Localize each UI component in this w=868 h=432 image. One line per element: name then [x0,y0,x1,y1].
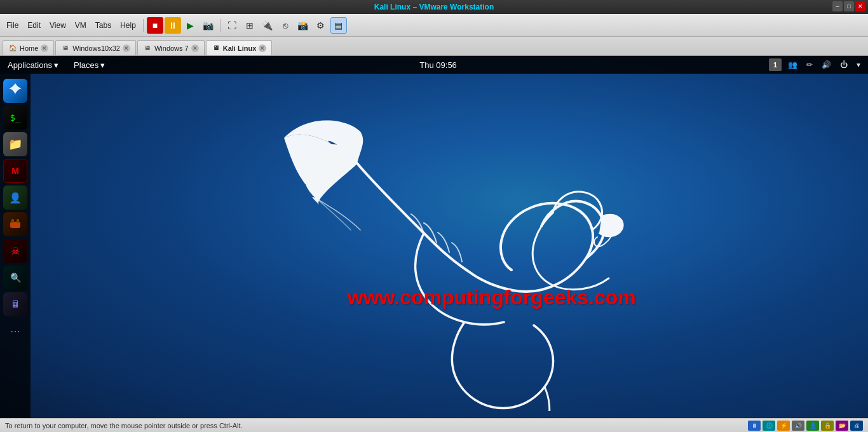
kali-logo-small-icon [6,81,25,100]
beef-icon [8,217,23,232]
dock-metasploit[interactable]: M [3,159,27,183]
home-icon: 🏠 [8,44,17,53]
kali-dock: $_ 📁 M 👤 ☠ 🔍 [0,74,31,418]
status-net-icon: 🌐 [763,421,775,431]
power-tray-icon[interactable]: ⏻ [837,59,850,71]
view-toggle-button[interactable]: ▤ [330,17,347,34]
minimize-button[interactable]: – [832,1,843,11]
kali-topbar: Applications ▾ Places ▾ Thu 09:56 1 👥 ✏ … [0,56,868,74]
window-controls: – □ ✕ [832,1,865,11]
places-arrow-icon: ▾ [100,60,105,70]
kali-clock: Thu 09:56 [112,60,764,70]
kali-applications-menu[interactable]: Applications ▾ [0,56,66,74]
vm-area[interactable]: Applications ▾ Places ▾ Thu 09:56 1 👥 ✏ … [0,56,868,418]
applications-arrow-icon: ▾ [54,60,58,70]
tab-home[interactable]: 🏠 Home ✕ [3,40,54,55]
windows7-icon: 🖥 [143,44,152,53]
toolbar-separator-1 [143,19,144,32]
menu-view[interactable]: View [46,18,70,32]
toolbar-separator-2 [220,19,220,32]
kali-dragon-icon [233,81,665,411]
screenshot-button[interactable]: 📸 [295,17,311,34]
power-button[interactable]: ■ [147,17,163,34]
menu-edit[interactable]: Edit [24,18,44,32]
revert-button[interactable]: ▶ [182,17,199,34]
status-lock-icon: 🔒 [821,421,834,431]
maximize-button[interactable]: □ [844,1,854,11]
dock-files[interactable]: 📁 [3,132,27,156]
vmware-toolbar: File Edit View VM Tabs Help ■ ⏸ ▶ 📷 ⛶ ⊞ … [0,14,868,37]
tab-kali-close[interactable]: ✕ [259,44,266,52]
workspace-badge[interactable]: 1 [769,58,782,71]
status-right-icons: 🖥 🌐 ⚡ 🔊 👤 🔒 📂 🖨 [748,421,863,431]
dock-terminal[interactable]: $_ [3,105,27,130]
menu-help[interactable]: Help [116,18,140,32]
dock-exploit[interactable]: ☠ [3,239,27,263]
dock-apps-grid[interactable]: ⋯ [3,319,27,343]
kali-system-tray: 1 👥 ✏ 🔊 ⏻ ▾ [764,58,868,71]
tab-win10-label: Windows10x32 [72,44,120,52]
tab-win10-close[interactable]: ✕ [123,44,130,52]
snapshot-button[interactable]: 📷 [200,17,217,34]
write-tray-icon[interactable]: ✏ [804,59,815,71]
window-title: Kali Linux – VMware Workstation [374,3,494,11]
status-printer-icon: 🖨 [850,421,863,431]
menu-vm[interactable]: VM [71,18,90,32]
status-usb-icon: ⚡ [777,421,790,431]
dock-beef[interactable] [3,212,27,236]
status-bar: To return to your computer, move the mou… [0,418,868,432]
settings-button[interactable]: ⚙ [313,17,329,34]
send-ctrlalt-button[interactable]: ⎋ [277,17,294,34]
users-tray-icon[interactable]: 👥 [785,59,800,71]
dock-browser[interactable] [3,79,27,103]
status-vm-icon: 🖥 [748,421,761,431]
tab-win7-close[interactable]: ✕ [191,44,199,52]
title-bar: Kali Linux – VMware Workstation – □ ✕ [0,0,868,14]
menu-tabs[interactable]: Tabs [92,18,115,32]
status-left-text: To return to your computer, move the mou… [5,422,243,429]
kali-places-menu[interactable]: Places ▾ [66,56,112,74]
svg-rect-1 [11,219,14,223]
suspend-button[interactable]: ⏸ [165,17,181,34]
windows10x32-icon: 🖥 [61,44,70,53]
svg-rect-2 [17,219,19,223]
applications-label: Applications [8,60,52,70]
close-button[interactable]: ✕ [855,1,865,11]
tab-kali[interactable]: 🖥 Kali Linux ✕ [206,40,273,55]
dock-scanner[interactable]: 🔍 [3,266,27,290]
tab-windows7[interactable]: 🖥 Windows 7 ✕ [137,40,205,55]
tab-win7-label: Windows 7 [154,44,189,52]
status-audio-icon: 🔊 [792,421,804,431]
status-user-icon: 👤 [806,421,819,431]
tab-windows10x32[interactable]: 🖥 Windows10x32 ✕ [55,40,136,55]
dock-maltego[interactable]: 👤 [3,186,27,210]
tab-kali-label: Kali Linux [223,44,257,52]
kali-icon: 🖥 [212,44,220,53]
unity-button[interactable]: ⊞ [241,17,258,34]
usb-button[interactable]: 🔌 [259,17,276,34]
tab-bar: 🏠 Home ✕ 🖥 Windows10x32 ✕ 🖥 Windows 7 ✕ … [0,37,868,56]
dragon-container [31,74,868,418]
full-screen-button[interactable]: ⛶ [224,17,240,34]
status-shared-icon: 📂 [836,421,848,431]
places-label: Places [74,60,98,70]
svg-point-4 [607,218,609,220]
dock-calculator[interactable]: 🖩 [3,292,27,316]
volume-tray-icon[interactable]: 🔊 [819,59,834,71]
kali-desktop[interactable]: Applications ▾ Places ▾ Thu 09:56 1 👥 ✏ … [0,56,868,418]
system-menu-icon[interactable]: ▾ [854,59,863,71]
tab-home-label: Home [20,44,38,52]
tab-home-close[interactable]: ✕ [41,44,48,52]
menu-file[interactable]: File [3,18,22,32]
